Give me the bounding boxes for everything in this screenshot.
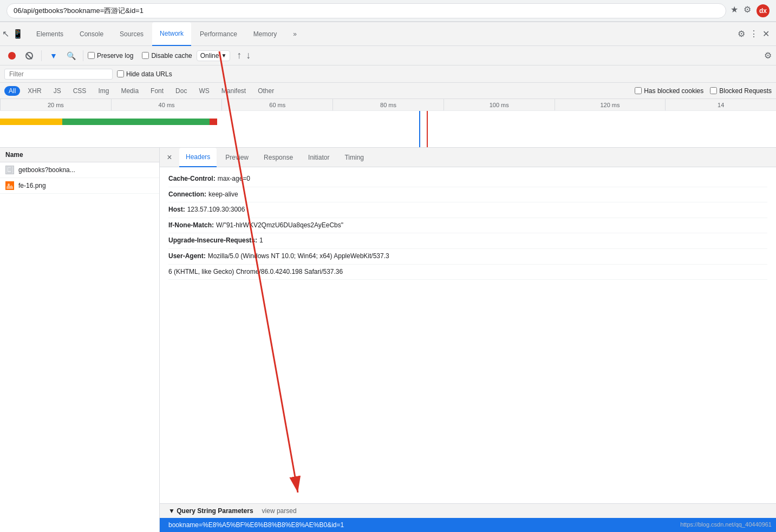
list-item[interactable]: fe-16.png	[0, 178, 159, 194]
type-btn-font[interactable]: Font	[146, 86, 168, 96]
filter-bar: Hide data URLs	[0, 65, 776, 83]
has-blocked-cookies-text: Has blocked cookies	[644, 87, 703, 95]
bar-green	[62, 119, 210, 125]
toolbar-settings-icon[interactable]: ⚙	[764, 50, 772, 61]
preserve-log-checkbox[interactable]	[88, 52, 95, 59]
type-btn-all[interactable]: All	[4, 86, 20, 96]
disable-cache-checkbox[interactable]	[142, 52, 149, 59]
type-btn-css[interactable]: CSS	[69, 86, 91, 96]
record-icon	[8, 52, 16, 60]
blocked-requests-label[interactable]: Blocked Requests	[710, 87, 772, 95]
view-parsed-button[interactable]: view parsed	[262, 507, 297, 515]
star-icon[interactable]: ★	[731, 4, 738, 17]
type-btn-doc[interactable]: Doc	[171, 86, 191, 96]
detail-tab-headers[interactable]: Headers	[179, 148, 217, 167]
ruler-tick-3: 80 ms	[332, 99, 444, 110]
tab-network[interactable]: Network	[152, 22, 191, 46]
type-btn-js[interactable]: JS	[49, 86, 66, 96]
type-btn-xhr[interactable]: XHR	[23, 86, 45, 96]
vertical-line-red	[427, 111, 428, 148]
file-name-0: getbooks?bookna...	[18, 166, 75, 174]
device-icon[interactable]: 📱	[12, 29, 23, 39]
tab-performance[interactable]: Performance	[192, 22, 245, 46]
devtools-tab-bar: ↖ 📱 Elements Console Sources Network Per…	[0, 22, 776, 46]
details-tab-bar: × Headers Preview Response Initiator Tim…	[160, 148, 776, 167]
file-list-header: Name	[0, 148, 159, 162]
detail-tab-preview[interactable]: Preview	[219, 148, 255, 167]
filter-button[interactable]: ▼	[46, 48, 61, 63]
browser-url[interactable]: 06/api/getbooks?bookname=西游记&id=1	[6, 3, 726, 18]
vertical-line-blue	[419, 111, 420, 148]
tab-console[interactable]: Console	[72, 22, 111, 46]
more-icon[interactable]: ⋮	[749, 29, 758, 39]
tab-memory[interactable]: Memory	[246, 22, 284, 46]
online-label: Online	[200, 52, 219, 60]
ban-icon	[25, 52, 33, 60]
header-key-0: Cache-Control:	[168, 173, 216, 185]
puzzle-icon[interactable]: ⚙	[744, 4, 751, 17]
bar-red	[210, 119, 217, 125]
profile-avatar[interactable]: dx	[757, 4, 770, 17]
list-item[interactable]: getbooks?bookna...	[0, 162, 159, 178]
ruler-tick-6: 14	[665, 99, 776, 110]
header-row-4: Upgrade-Insecure-Requests: 1	[168, 233, 767, 249]
blocked-requests-text: Blocked Requests	[719, 87, 772, 95]
header-row-3: If-None-Match: W/"91-hlrWKV2QmzU6DUa8qes…	[168, 218, 767, 234]
hide-data-urls-checkbox[interactable]	[117, 70, 124, 77]
header-row-0: Cache-Control: max-age=0	[168, 172, 767, 187]
detail-tab-response[interactable]: Response	[257, 148, 299, 167]
blocked-requests-checkbox[interactable]	[710, 87, 717, 94]
detail-tab-timing[interactable]: Timing	[338, 148, 370, 167]
browser-bar: 06/api/getbooks?bookname=西游记&id=1 ★ ⚙ dx	[0, 0, 776, 22]
header-val-4: 1	[259, 235, 263, 247]
ruler-tick-5: 120 ms	[555, 99, 666, 110]
filter-input[interactable]	[4, 69, 113, 80]
online-selector[interactable]: Online ▼	[197, 50, 231, 61]
settings-icon[interactable]: ⚙	[738, 29, 745, 39]
type-btn-ws[interactable]: WS	[194, 86, 213, 96]
close-details-button[interactable]: ×	[164, 152, 175, 163]
type-btn-other[interactable]: Other	[253, 86, 278, 96]
header-key-5: User-Agent:	[168, 251, 206, 262]
header-val-1: keep-alive	[208, 189, 238, 201]
disable-cache-checkbox-group[interactable]: Disable cache	[142, 52, 192, 60]
bar-orange	[0, 119, 62, 125]
search-button[interactable]: 🔍	[63, 48, 79, 63]
header-val-3: W/"91-hlrWKV2QmzU6DUa8qes2AyEeCbs"	[216, 220, 343, 232]
tab-bar-right: ⚙ ⋮ ✕	[738, 29, 774, 39]
tab-more[interactable]: »	[285, 22, 304, 46]
doc-icon	[5, 166, 14, 174]
type-btn-media[interactable]: Media	[116, 86, 143, 96]
header-val-6: 6 (KHTML, like Gecko) Chrome/86.0.4240.1…	[168, 266, 343, 278]
timeline-bars	[0, 111, 776, 148]
tab-sources[interactable]: Sources	[112, 22, 151, 46]
upload-icon[interactable]: ↑	[237, 50, 242, 61]
preserve-log-label: Preserve log	[97, 52, 133, 60]
clear-button[interactable]	[22, 48, 37, 63]
type-btn-manifest[interactable]: Manifest	[217, 86, 250, 96]
has-blocked-cookies-checkbox[interactable]	[635, 87, 642, 94]
detail-tab-initiator[interactable]: Initiator	[302, 148, 336, 167]
query-title-bar: ▼ Query String Parameters view parsed	[160, 504, 776, 518]
watermark: https://blog.csdn.net/qq_40440961	[680, 521, 772, 528]
query-section: ▼ Query String Parameters view parsed bo…	[160, 503, 776, 532]
file-list-items: getbooks?bookna... fe-16.png	[0, 162, 159, 532]
devtools-panel: ↖ 📱 Elements Console Sources Network Per…	[0, 22, 776, 532]
download-icon[interactable]: ↓	[246, 50, 251, 61]
cursor-icon[interactable]: ↖	[2, 29, 9, 39]
preserve-log-checkbox-group[interactable]: Preserve log	[88, 52, 133, 60]
blocked-filters: Has blocked cookies Blocked Requests	[635, 87, 772, 95]
search-icon: 🔍	[67, 51, 76, 60]
file-name-1: fe-16.png	[18, 182, 46, 189]
tab-elements[interactable]: Elements	[29, 22, 71, 46]
has-blocked-cookies-label[interactable]: Has blocked cookies	[635, 87, 703, 95]
close-devtools-icon[interactable]: ✕	[762, 29, 770, 39]
tab-bar-icons: ↖ 📱	[2, 29, 23, 39]
filter-icon: ▼	[50, 51, 57, 60]
name-column-header: Name	[5, 151, 23, 159]
type-btn-img[interactable]: Img	[94, 86, 113, 96]
record-button[interactable]	[4, 48, 19, 63]
hide-data-urls-label[interactable]: Hide data URLs	[117, 70, 172, 78]
header-key-1: Connection:	[168, 189, 206, 201]
headers-content: Cache-Control: max-age=0 Connection: kee…	[160, 167, 776, 503]
